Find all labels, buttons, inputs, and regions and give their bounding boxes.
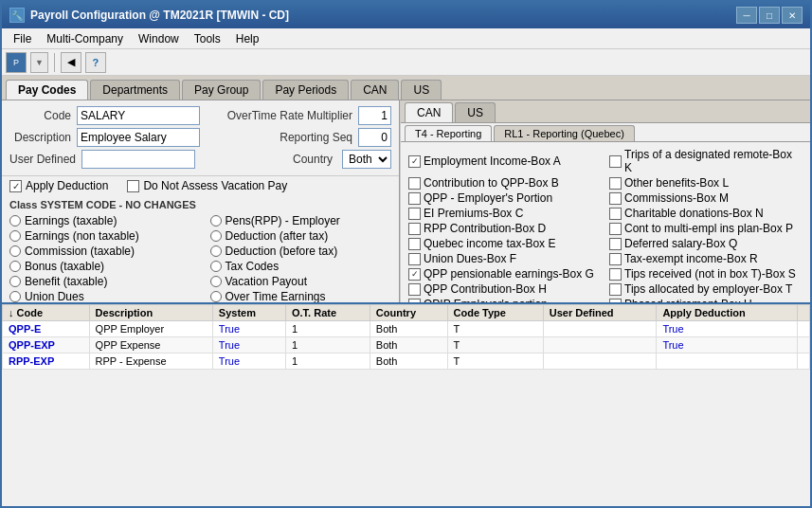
chk-ei-premiums-box[interactable] bbox=[408, 208, 421, 220]
chk-other-benefits-box[interactable] bbox=[609, 177, 622, 190]
apply-deduction-check[interactable]: Apply Deduction bbox=[9, 179, 108, 192]
chk-commissions[interactable]: Commissions-Box M bbox=[609, 191, 803, 205]
chk-qpp-contribution-h-box[interactable] bbox=[408, 283, 421, 296]
radio-btn-deduction-before-tax[interactable] bbox=[210, 245, 222, 257]
tab-pay-periods[interactable]: Pay Periods bbox=[262, 80, 349, 100]
chk-rpp-contribution[interactable]: RPP Contribution-Box D bbox=[408, 222, 602, 235]
menu-tools[interactable]: Tools bbox=[187, 30, 228, 47]
chk-quebec-income-tax-box[interactable] bbox=[408, 238, 421, 250]
radio-earnings-non-taxable[interactable]: Earnings (non taxable) bbox=[9, 229, 191, 243]
radio-btn-vacation-payout[interactable] bbox=[210, 276, 222, 287]
radio-earnings-taxable[interactable]: Earnings (taxable) bbox=[9, 214, 191, 227]
overtime-input[interactable] bbox=[358, 106, 391, 125]
col-header-apply-deduction[interactable]: Apply Deduction bbox=[657, 305, 798, 321]
chk-tax-exempt-income-box[interactable] bbox=[609, 253, 622, 265]
do-not-assess-checkbox[interactable] bbox=[127, 180, 139, 192]
tab-can[interactable]: CAN bbox=[351, 80, 399, 100]
menu-window[interactable]: Window bbox=[131, 30, 187, 47]
radio-deduction-after-tax[interactable]: Deduction (after tax) bbox=[210, 229, 392, 243]
chk-contribution-qpp-box[interactable] bbox=[408, 177, 421, 190]
col-header-user-defined[interactable]: User Defined bbox=[543, 305, 657, 321]
country-select[interactable]: Both CAN US bbox=[342, 150, 391, 169]
chk-deferred-salary-box[interactable] bbox=[609, 238, 622, 250]
radio-commission-taxable[interactable]: Commission (taxable) bbox=[9, 245, 191, 258]
code-input[interactable] bbox=[77, 106, 200, 125]
radio-btn-union-dues[interactable] bbox=[9, 291, 21, 302]
col-header-code[interactable]: ↓ Code bbox=[3, 305, 90, 321]
radio-pens-rpp-employer[interactable]: Pens(RPP) - Employer bbox=[210, 214, 392, 227]
chk-commissions-box[interactable] bbox=[609, 192, 622, 205]
chk-qpp-pensionable-box[interactable] bbox=[408, 268, 421, 281]
chk-tips-allocated[interactable]: Tips allocated by employer-Box T bbox=[609, 282, 803, 296]
chk-other-benefits[interactable]: Other benefits-Box L bbox=[609, 176, 803, 190]
chk-employment-income-box[interactable] bbox=[408, 155, 421, 168]
chk-rpp-contribution-box[interactable] bbox=[408, 223, 421, 235]
chk-union-dues-f-box[interactable] bbox=[408, 253, 421, 265]
chk-tips-received[interactable]: Tips received (not in box T)-Box S bbox=[609, 267, 803, 281]
table-row[interactable]: QPP-E QPP Employer True 1 Both T True bbox=[3, 321, 810, 337]
chk-tax-exempt-income[interactable]: Tax-exempt income-Box R bbox=[609, 252, 803, 265]
radio-btn-pens-rpp-employer[interactable] bbox=[210, 215, 222, 227]
radio-btn-tax-codes[interactable] bbox=[210, 261, 222, 272]
chk-trips-designated-box[interactable] bbox=[609, 155, 622, 168]
sub-tab-rl1[interactable]: RL1 - Reporting (Quebec) bbox=[494, 125, 635, 141]
maximize-button[interactable]: □ bbox=[759, 7, 780, 24]
help-button[interactable]: ? bbox=[85, 52, 106, 73]
col-header-system[interactable]: System bbox=[212, 305, 285, 321]
radio-over-time-earnings[interactable]: Over Time Earnings bbox=[210, 290, 392, 302]
chk-quebec-income-tax[interactable]: Quebec income tax-Box E bbox=[408, 237, 602, 250]
chk-employment-income[interactable]: Employment Income-Box A bbox=[408, 148, 602, 174]
close-button[interactable]: ✕ bbox=[782, 7, 803, 24]
tab-departments[interactable]: Departments bbox=[90, 80, 180, 100]
chk-qpp-employer[interactable]: QPP - Employer's Portion bbox=[408, 191, 602, 205]
chk-qpp-employer-box[interactable] bbox=[408, 192, 421, 205]
radio-btn-benefit-taxable[interactable] bbox=[9, 276, 21, 287]
menu-file[interactable]: File bbox=[6, 30, 39, 47]
apply-deduction-checkbox[interactable] bbox=[9, 180, 22, 192]
panel-tab-us[interactable]: US bbox=[455, 102, 496, 122]
chk-qpp-contribution-h[interactable]: QPP Contribution-Box H bbox=[408, 282, 602, 296]
do-not-assess-check[interactable]: Do Not Assess Vacation Pay bbox=[127, 179, 287, 192]
chk-union-dues-f[interactable]: Union Dues-Box F bbox=[408, 252, 602, 265]
radio-btn-over-time-earnings[interactable] bbox=[210, 291, 222, 302]
radio-btn-earnings-non-taxable[interactable] bbox=[9, 230, 21, 242]
tab-us[interactable]: US bbox=[401, 80, 442, 100]
radio-union-dues[interactable]: Union Dues bbox=[9, 290, 191, 302]
sub-tab-t4[interactable]: T4 - Reporting bbox=[405, 125, 492, 141]
reporting-seq-input[interactable] bbox=[358, 128, 391, 147]
col-header-code-type[interactable]: Code Type bbox=[447, 305, 543, 321]
panel-tab-can[interactable]: CAN bbox=[405, 102, 453, 122]
toolbar-app-icon[interactable]: P bbox=[6, 52, 27, 73]
chk-qpp-pensionable[interactable]: QPP pensionable earnings-Box G bbox=[408, 267, 602, 281]
tab-pay-group[interactable]: Pay Group bbox=[182, 80, 261, 100]
back-button[interactable]: ◀ bbox=[61, 52, 81, 73]
minimize-button[interactable]: ─ bbox=[736, 7, 757, 24]
radio-btn-deduction-after-tax[interactable] bbox=[210, 230, 222, 242]
tab-pay-codes[interactable]: Pay Codes bbox=[6, 80, 88, 100]
chk-tips-received-box[interactable] bbox=[609, 268, 622, 281]
chk-ei-premiums[interactable]: EI Premiums-Box C bbox=[408, 207, 602, 220]
table-row[interactable]: QPP-EXP QPP Expense True 1 Both T True bbox=[3, 337, 810, 354]
chk-charitable-donations-box[interactable] bbox=[609, 208, 622, 220]
col-header-ot-rate[interactable]: O.T. Rate bbox=[285, 305, 370, 321]
radio-vacation-payout[interactable]: Vacation Payout bbox=[210, 275, 392, 288]
radio-bonus-taxable[interactable]: Bonus (taxable) bbox=[9, 260, 191, 273]
menu-multicompany[interactable]: Multi-Company bbox=[39, 30, 131, 47]
col-header-description[interactable]: Description bbox=[89, 305, 212, 321]
chk-cont-multi-empl[interactable]: Cont to multi-empl ins plan-Box P bbox=[609, 222, 803, 235]
radio-btn-earnings-taxable[interactable] bbox=[9, 215, 21, 227]
radio-deduction-before-tax[interactable]: Deduction (before tax) bbox=[210, 245, 392, 258]
table-row[interactable]: RPP-EXP RPP - Expense True 1 Both T bbox=[3, 354, 810, 370]
chk-contribution-qpp[interactable]: Contribution to QPP-Box B bbox=[408, 176, 602, 190]
col-header-country[interactable]: Country bbox=[370, 305, 447, 321]
menu-help[interactable]: Help bbox=[228, 30, 267, 47]
toolbar-dropdown[interactable]: ▼ bbox=[30, 52, 48, 73]
userdef-input[interactable] bbox=[81, 150, 195, 169]
chk-cont-multi-empl-box[interactable] bbox=[609, 223, 622, 235]
chk-trips-designated[interactable]: Trips of a designated remote-Box K bbox=[609, 148, 803, 174]
chk-tips-allocated-box[interactable] bbox=[609, 283, 622, 296]
table-scroll-container[interactable]: ↓ Code Description System O.T. Rate Coun… bbox=[2, 304, 810, 370]
radio-btn-bonus-taxable[interactable] bbox=[9, 261, 21, 272]
chk-charitable-donations[interactable]: Charitable donations-Box N bbox=[609, 207, 803, 220]
description-input[interactable] bbox=[77, 128, 200, 147]
